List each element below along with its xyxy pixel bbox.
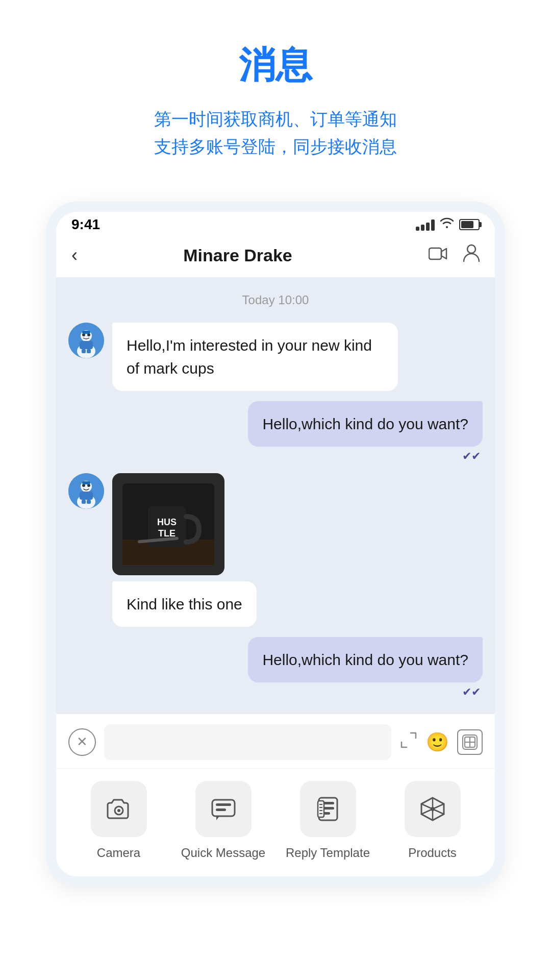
camera-button[interactable]: Camera [66, 781, 171, 862]
close-button[interactable]: ✕ [68, 728, 96, 756]
products-icon-box [405, 781, 461, 837]
video-call-icon[interactable] [429, 244, 448, 266]
svg-rect-0 [429, 248, 441, 259]
input-row: ✕ 🙂 [56, 714, 495, 769]
wifi-icon [440, 217, 454, 233]
products-button[interactable]: Products [380, 781, 485, 862]
message-row: Hello,which kind do you want? ✔✔ [68, 637, 483, 699]
status-time: 9:41 [71, 217, 100, 233]
sent-message-wrapper: Hello,which kind do you want? ✔✔ [248, 637, 483, 699]
svg-point-44 [431, 807, 435, 811]
quick-message-label: Quick Message [181, 844, 265, 862]
svg-text:HUS: HUS [157, 517, 177, 527]
status-bar: 9:41 [56, 212, 495, 236]
expand-icon[interactable] [399, 731, 418, 753]
sent-message-wrapper: Hello,which kind do you want? ✔✔ [248, 401, 483, 463]
message-input[interactable] [104, 724, 391, 760]
svg-rect-10 [87, 349, 91, 353]
received-col: HUS TLE Kind like this one [112, 473, 257, 627]
svg-rect-39 [318, 801, 324, 817]
contact-name: Minare Drake [88, 246, 388, 265]
svg-rect-8 [80, 341, 93, 349]
svg-rect-9 [82, 349, 86, 353]
chat-timestamp: Today 10:00 [68, 293, 483, 307]
page-subtitle: 第一时间获取商机、订单等通知 支持多账号登陆，同步接收消息 [20, 105, 531, 161]
chat-area: Today 10:00 Hello,I'm interested [56, 278, 495, 714]
battery-icon [459, 219, 480, 230]
top-nav: ‹ Minare Drake [56, 236, 495, 278]
page-title: 消息 [20, 41, 531, 90]
message-bubble-sent: Hello,which kind do you want? [248, 401, 483, 447]
signal-icon [416, 218, 435, 231]
svg-rect-7 [82, 331, 90, 334]
nav-icons [429, 244, 480, 267]
svg-rect-34 [216, 808, 226, 811]
read-tick-icon: ✔✔ [462, 685, 481, 699]
emoji-icon[interactable]: 🙂 [426, 731, 449, 753]
svg-rect-32 [212, 800, 235, 816]
svg-point-31 [117, 809, 120, 812]
svg-rect-18 [82, 500, 86, 504]
camera-icon-box [91, 781, 147, 837]
reply-template-button[interactable]: Reply Template [276, 781, 380, 862]
message-bubble-received: Hello,I'm interested in your new kind of… [112, 323, 398, 391]
action-buttons: Camera Quick Message [56, 769, 495, 877]
svg-rect-19 [87, 500, 91, 504]
svg-rect-16 [82, 481, 90, 484]
message-row: HUS TLE Kind like this one [68, 473, 483, 627]
message-bubble-sent: Hello,which kind do you want? [248, 637, 483, 682]
quick-message-icon-box [195, 781, 252, 837]
back-button[interactable]: ‹ [71, 244, 78, 266]
message-row: Hello,I'm interested in your new kind of… [68, 323, 483, 391]
quick-message-button[interactable]: Quick Message [171, 781, 276, 862]
sticker-icon[interactable] [457, 729, 483, 755]
reply-template-icon-box [300, 781, 356, 837]
products-label: Products [408, 844, 457, 862]
svg-point-1 [467, 245, 475, 253]
svg-text:TLE: TLE [158, 528, 176, 538]
reply-template-label: Reply Template [286, 844, 370, 862]
phone-mockup: 9:41 ‹ Minare Drake [46, 202, 505, 887]
profile-icon[interactable] [463, 244, 480, 267]
status-icons [416, 217, 480, 233]
message-row: Hello,which kind do you want? ✔✔ [68, 401, 483, 463]
bottom-toolbar: ✕ 🙂 [56, 714, 495, 877]
avatar [68, 323, 104, 358]
camera-label: Camera [97, 844, 140, 862]
page-header: 消息 第一时间获取商机、订单等通知 支持多账号登陆，同步接收消息 [0, 0, 551, 181]
message-caption: Kind like this one [112, 581, 257, 627]
read-tick-icon: ✔✔ [462, 450, 481, 463]
avatar [68, 473, 104, 509]
svg-rect-33 [216, 803, 231, 806]
svg-rect-17 [80, 492, 93, 500]
product-image: HUS TLE [112, 473, 224, 575]
